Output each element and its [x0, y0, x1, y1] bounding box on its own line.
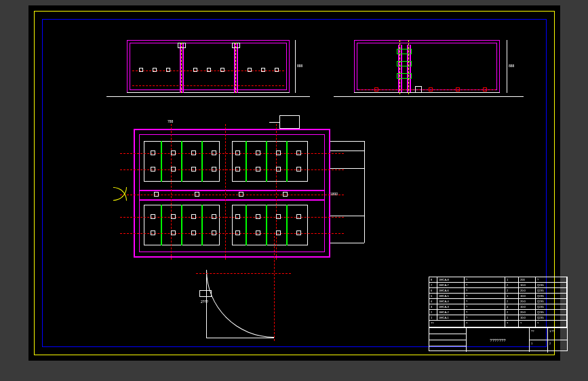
- detail-view: 2???: [199, 270, 288, 344]
- plan-view: 788 1800: [134, 134, 330, 263]
- title-block: 81MCA-8?1200? 71MCA-7?210.0Q235 61MCA-6?…: [429, 277, 568, 351]
- detail-cl-v: [274, 233, 275, 341]
- marker-r: [374, 87, 378, 92]
- bay-lr: [232, 205, 308, 245]
- detail-box: [199, 290, 212, 297]
- ground-line-2: [334, 96, 524, 97]
- box-detail: [415, 86, 422, 93]
- centerline-2: [359, 89, 495, 90]
- elevation-view-2: 888: [354, 37, 500, 98]
- cap-2: [232, 43, 240, 48]
- detail-cl-h: [196, 273, 291, 274]
- project-title: ???????: [467, 328, 530, 352]
- corridor-b: [139, 199, 325, 201]
- cap-1: [178, 43, 186, 48]
- corridor-t: [139, 190, 325, 191]
- dim-ext-r: [295, 40, 296, 93]
- cad-canvas[interactable]: 888 888: [28, 5, 560, 361]
- centerline-h2: [132, 85, 284, 86]
- ground-line: [106, 96, 310, 97]
- axis-1: [181, 43, 182, 93]
- header-no: ??: [429, 321, 465, 327]
- marker: [139, 68, 143, 72]
- floor-line: [127, 92, 290, 93]
- floor-line-2: [354, 92, 500, 93]
- annex-top: [279, 115, 300, 129]
- detail-label: 2???: [201, 300, 208, 304]
- bay-ur: [232, 141, 308, 182]
- dim-plan-h: 1800: [330, 192, 338, 196]
- elevation-view-1: 888: [127, 37, 290, 98]
- wall-inner: [130, 43, 287, 90]
- dim-h: 888: [297, 64, 302, 68]
- title-footer: ??????? ??1:?? 12: [429, 327, 567, 352]
- dim-h2: 888: [509, 64, 514, 68]
- dim-plan-top: 788: [168, 119, 173, 123]
- curve: [206, 270, 274, 338]
